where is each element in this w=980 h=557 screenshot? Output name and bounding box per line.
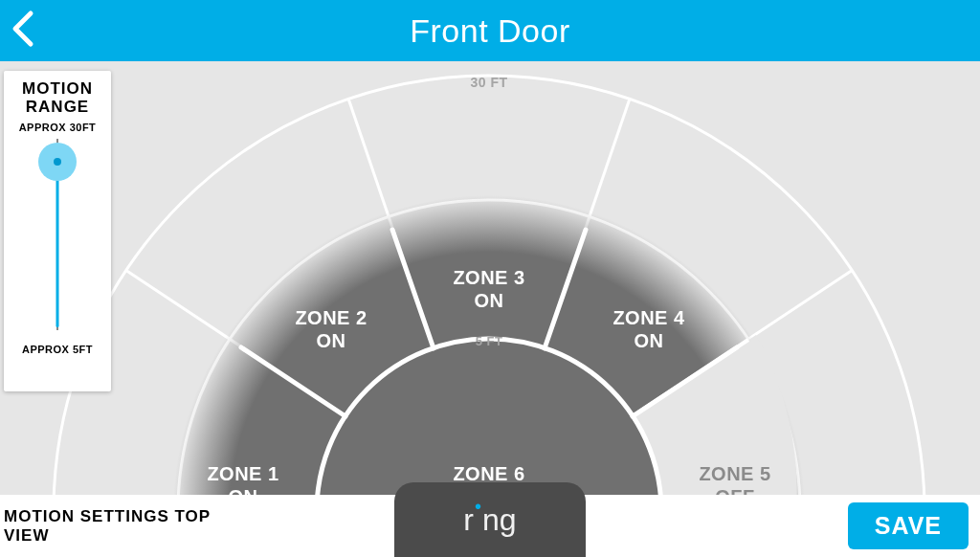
brand-dot-icon: • — [475, 496, 481, 518]
brand-badge: r•ng — [394, 482, 586, 557]
motion-range-title: MOTIONRANGE — [10, 80, 105, 116]
back-button[interactable] — [10, 10, 38, 52]
motion-range-slider[interactable] — [56, 139, 58, 330]
brand-text-prefix: r — [463, 502, 474, 538]
slider-fill — [56, 159, 59, 327]
motion-zone-stage: 30 FT 5 FT ZONE 1ON ZONE 2ON ZONE 3ON ZO… — [0, 61, 980, 495]
motion-range-panel: MOTIONRANGE APPROX 30FT APPROX 5FT — [4, 71, 111, 391]
motion-range-min: APPROX 5FT — [10, 344, 105, 355]
save-button[interactable]: SAVE — [848, 502, 969, 549]
range-label-near: 5 FT — [476, 334, 503, 348]
app-header: Front Door — [0, 0, 980, 61]
slider-handle[interactable] — [38, 143, 77, 181]
footer-title: MOTION SETTINGS TOP VIEW — [4, 507, 253, 545]
footer-bar: MOTION SETTINGS TOP VIEW SAVE r•ng — [0, 495, 980, 557]
brand-text-suffix: ng — [482, 502, 517, 538]
chevron-left-icon — [10, 10, 38, 48]
page-title: Front Door — [0, 12, 980, 50]
range-label-far: 30 FT — [470, 75, 507, 90]
motion-range-max: APPROX 30FT — [10, 122, 105, 133]
